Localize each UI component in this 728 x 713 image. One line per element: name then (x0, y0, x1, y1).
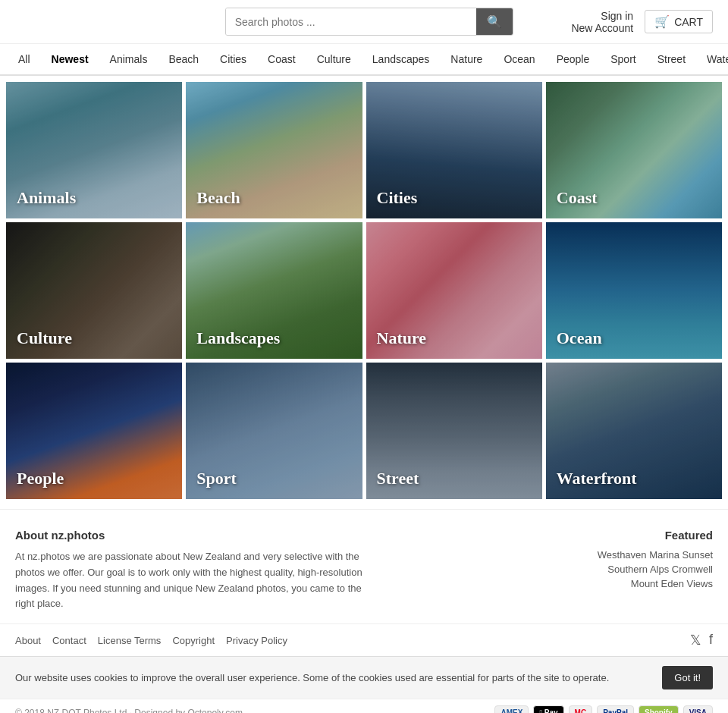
mastercard-icon: MC (569, 705, 593, 713)
footer-link-about[interactable]: About (15, 635, 41, 646)
search-button[interactable]: 🔍 (476, 8, 513, 35)
category-card-people[interactable]: People (6, 363, 182, 499)
cookie-text: Our website uses cookies to improve the … (15, 671, 609, 686)
category-label-culture: Culture (17, 328, 72, 348)
cart-button[interactable]: 🛒 CART (645, 10, 713, 33)
cookie-accept-button[interactable]: Got it! (662, 666, 713, 689)
featured-link[interactable]: Westhaven Marina Sunset (598, 549, 713, 561)
footer-main: About nz.photos At nz.photos we are pass… (0, 509, 728, 623)
nav-all[interactable]: All (8, 44, 41, 74)
nav-newest[interactable]: Newest (41, 44, 99, 74)
category-label-waterfront: Waterfront (557, 469, 637, 488)
footer-about-text: At nz.photos we are passionate about New… (15, 549, 372, 612)
footer-link-copyright[interactable]: Copyright (172, 635, 215, 646)
category-label-landscapes: Landscapes (196, 328, 280, 348)
category-label-animals: Animals (17, 188, 76, 208)
nav-beach[interactable]: Beach (158, 44, 209, 74)
footer-copy: © 2018 NZ DOT Photos Ltd · Designed by O… (0, 699, 728, 713)
category-card-ocean[interactable]: Ocean (546, 222, 722, 359)
footer-featured: Featured Westhaven Marina SunsetSouthern… (598, 529, 713, 612)
nav-culture[interactable]: Culture (306, 44, 362, 74)
search-form: 🔍 (225, 8, 513, 36)
category-label-coast: Coast (557, 188, 598, 208)
footer-about-title: About nz.photos (15, 529, 372, 542)
nav-landscapes[interactable]: Landscapes (362, 44, 441, 74)
category-card-landscapes[interactable]: Landscapes (186, 222, 362, 359)
featured-link[interactable]: Southern Alps Cromwell (598, 564, 713, 575)
footer-featured-title: Featured (598, 529, 713, 542)
nav-ocean[interactable]: Ocean (493, 44, 545, 74)
category-card-coast[interactable]: Coast (546, 82, 722, 218)
footer-links-bar: AboutContactLicense TermsCopyrightPrivac… (0, 623, 728, 656)
payment-icons: AMEX  Pay MC PayPal Shopify VISA (494, 705, 713, 713)
nav-sport[interactable]: Sport (600, 44, 646, 74)
footer-social: 𝕏 f (690, 632, 713, 649)
category-label-beach: Beach (196, 188, 240, 208)
footer-link-license-terms[interactable]: License Terms (98, 635, 162, 646)
sign-in-link[interactable]: Sign in (571, 10, 633, 22)
nav-coast[interactable]: Coast (257, 44, 306, 74)
paypal-icon: PayPal (597, 705, 634, 713)
cookie-banner: Our website uses cookies to improve the … (0, 656, 728, 699)
category-card-street[interactable]: Street (366, 363, 542, 499)
facebook-icon[interactable]: f (709, 632, 713, 649)
footer-link-privacy-policy[interactable]: Privacy Policy (226, 635, 287, 646)
nav-animals[interactable]: Animals (99, 44, 158, 74)
category-label-people: People (17, 469, 64, 488)
nav-waterfront[interactable]: Waterfront (696, 44, 728, 74)
category-card-nature[interactable]: Nature (366, 222, 542, 359)
category-label-cities: Cities (377, 188, 418, 208)
category-label-nature: Nature (377, 328, 427, 348)
new-account-link[interactable]: New Account (571, 22, 633, 34)
category-card-cities[interactable]: Cities (366, 82, 542, 218)
main-nav: All Newest Animals Beach Cities Coast Cu… (0, 44, 728, 76)
twitter-icon[interactable]: 𝕏 (690, 632, 701, 649)
category-label-sport: Sport (196, 469, 237, 488)
category-grid: AnimalsBeachCitiesCoastCultureLandscapes… (0, 76, 728, 505)
applepay-icon:  Pay (533, 705, 563, 713)
cart-icon: 🛒 (654, 14, 670, 29)
shopify-icon: Shopify (639, 705, 679, 713)
featured-link[interactable]: Mount Eden Views (598, 578, 713, 589)
nav-people[interactable]: People (546, 44, 601, 74)
footer-link-contact[interactable]: Contact (52, 635, 86, 646)
category-card-animals[interactable]: Animals (6, 82, 182, 218)
category-card-waterfront[interactable]: Waterfront (546, 363, 722, 499)
header-actions: Sign in New Account 🛒 CART (571, 10, 713, 34)
footer-links-left: AboutContactLicense TermsCopyrightPrivac… (15, 635, 287, 646)
category-card-sport[interactable]: Sport (186, 363, 362, 499)
nav-cities[interactable]: Cities (209, 44, 257, 74)
category-card-beach[interactable]: Beach (186, 82, 362, 218)
category-card-culture[interactable]: Culture (6, 222, 182, 359)
nav-nature[interactable]: Nature (440, 44, 493, 74)
nav-street[interactable]: Street (647, 44, 696, 74)
copyright-text: © 2018 NZ DOT Photos Ltd · Designed by O… (15, 708, 243, 713)
auth-links: Sign in New Account (571, 10, 633, 34)
cart-label: CART (674, 16, 703, 28)
visa-icon: VISA (683, 705, 713, 713)
category-label-ocean: Ocean (557, 328, 602, 348)
search-input[interactable] (226, 8, 476, 35)
category-label-street: Street (377, 469, 419, 488)
header: 🔍 Sign in New Account 🛒 CART (0, 0, 728, 44)
amex-icon: AMEX (494, 705, 529, 713)
footer-about: About nz.photos At nz.photos we are pass… (15, 529, 372, 612)
